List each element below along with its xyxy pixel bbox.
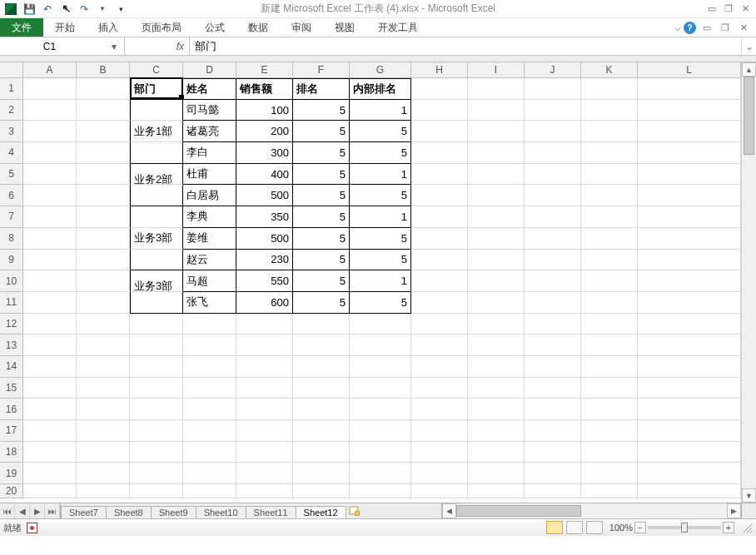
cell[interactable] [468,206,525,228]
undo-more-icon[interactable]: ▼ [58,2,73,17]
cell[interactable]: 600 [236,292,293,314]
cell[interactable] [293,334,350,356]
cell[interactable]: 5 [293,228,350,250]
cell[interactable] [468,420,525,442]
cell[interactable] [77,442,130,463]
cell[interactable] [525,314,581,335]
cell[interactable] [525,250,581,271]
cell[interactable] [581,356,638,378]
cell[interactable]: 业务3部 [130,270,183,292]
cell[interactable] [23,399,77,420]
cell[interactable] [581,185,638,206]
cell[interactable] [638,463,741,484]
col-header[interactable]: I [468,62,525,78]
zoom-thumb[interactable] [681,523,688,533]
resize-grip-icon[interactable] [741,522,753,533]
cell[interactable] [638,100,741,121]
cell[interactable] [183,378,236,399]
cell[interactable] [183,420,236,442]
cell[interactable] [525,484,581,498]
cell[interactable] [581,270,638,292]
cell[interactable] [468,185,525,206]
cell[interactable] [130,142,183,164]
undo-button[interactable]: ↶ [40,2,55,17]
cell[interactable]: 赵云 [183,250,236,271]
cell[interactable] [77,206,130,228]
view-pagelayout-button[interactable] [566,521,583,534]
cell[interactable] [350,484,411,498]
row-header[interactable]: 2 [0,100,23,121]
cell[interactable] [411,378,468,399]
row-header[interactable]: 16 [0,399,23,420]
cell[interactable] [130,314,183,335]
cell[interactable] [411,142,468,164]
cell[interactable] [468,314,525,335]
cell[interactable] [23,78,77,100]
cell[interactable] [236,314,293,335]
cell[interactable] [468,250,525,271]
cell[interactable] [411,228,468,250]
cell[interactable] [525,334,581,356]
horizontal-scrollbar[interactable]: ◀ ▶ [441,503,741,518]
cell[interactable] [411,292,468,314]
cell[interactable]: 5 [350,142,411,164]
cell[interactable] [638,399,741,420]
cell[interactable] [468,164,525,186]
cell[interactable] [581,463,638,484]
sheet-tab[interactable]: Sheet9 [151,506,196,518]
cell[interactable]: 400 [236,164,293,186]
ribbon-min-icon[interactable]: ⌵ [674,22,680,33]
sheet-tab[interactable]: Sheet11 [246,506,296,518]
cell[interactable] [525,100,581,121]
cell[interactable] [411,314,468,335]
cell[interactable] [468,484,525,498]
cell[interactable] [468,142,525,164]
cell[interactable] [23,442,77,463]
col-header[interactable]: J [525,62,581,78]
row-header[interactable]: 8 [0,228,23,250]
cell[interactable] [581,100,638,121]
cell[interactable] [468,399,525,420]
cell[interactable] [350,442,411,463]
row-header[interactable]: 9 [0,250,23,271]
tab-view[interactable]: 视图 [323,18,366,37]
cell[interactable] [468,270,525,292]
cell[interactable] [77,270,130,292]
cells-area[interactable]: 部门 姓名 销售额 排名 内部排名 司马懿 100 5 1 业务1部 诸葛亮 2… [23,78,741,503]
cell[interactable] [468,463,525,484]
cell[interactable] [130,185,183,206]
cell[interactable]: 500 [236,228,293,250]
row-header[interactable]: 12 [0,314,23,335]
cell[interactable] [411,356,468,378]
cell[interactable] [411,463,468,484]
cell[interactable] [350,356,411,378]
cell[interactable] [183,442,236,463]
cell[interactable] [581,334,638,356]
row-header[interactable]: 10 [0,270,23,292]
macro-record-icon[interactable] [27,523,37,533]
hscroll-track[interactable] [456,503,727,518]
cell[interactable] [468,78,525,100]
cell[interactable] [130,292,183,314]
sheet-nav-prev[interactable]: ◀ [15,503,30,518]
cell[interactable] [638,206,741,228]
cell[interactable] [183,356,236,378]
cell[interactable]: 350 [236,206,293,228]
doc-restore-button[interactable]: ❐ [718,22,733,33]
cell[interactable] [293,463,350,484]
cell[interactable] [23,228,77,250]
cell[interactable] [130,399,183,420]
cell[interactable]: 5 [293,100,350,121]
cell[interactable]: 5 [293,206,350,228]
zoom-in-button[interactable]: + [723,522,734,533]
cell[interactable] [23,292,77,314]
cell[interactable]: 5 [350,250,411,271]
cell[interactable] [77,121,130,142]
cell[interactable] [293,399,350,420]
cell[interactable] [581,292,638,314]
cell[interactable] [77,463,130,484]
cell[interactable] [77,185,130,206]
scroll-down-button[interactable]: ▼ [742,488,756,503]
new-sheet-button[interactable] [346,503,364,518]
cell[interactable] [77,78,130,100]
